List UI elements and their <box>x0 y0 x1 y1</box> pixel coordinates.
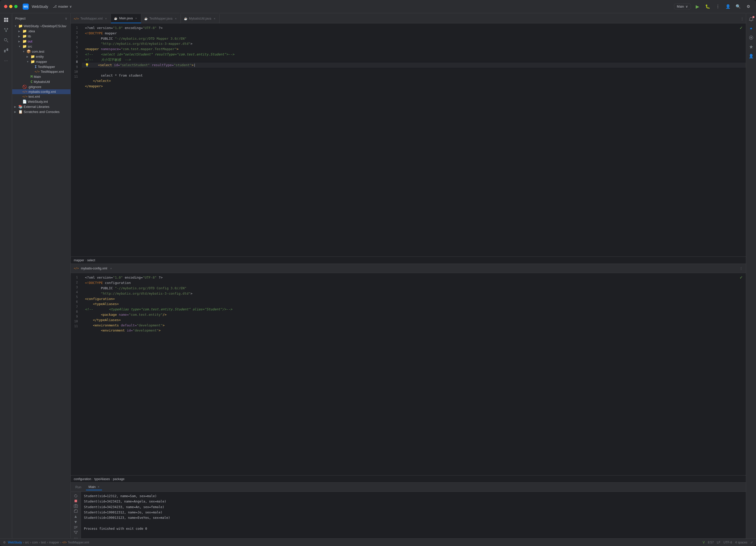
sidebar-item-com-test[interactable]: ▼ 📦 com.test <box>12 49 70 54</box>
word-wrap-icon[interactable] <box>72 525 80 529</box>
close-button[interactable] <box>4 5 7 8</box>
status-encoding[interactable]: UTF-8 <box>723 541 732 544</box>
stop-icon[interactable] <box>72 499 80 503</box>
sidebar-item-webstudy-iml[interactable]: ▶ 📄 WebStudy.iml <box>12 99 70 104</box>
sidebar-item-external-libraries[interactable]: ▶ 📚 External Libraries <box>12 104 70 109</box>
minimize-button[interactable] <box>9 5 12 8</box>
code-content-top[interactable]: <?xml version="1.0" encoding="UTF-8" ?> … <box>82 23 746 256</box>
tab-testmapper-java[interactable]: ☕ TestMapper.java × <box>141 14 181 23</box>
status-time[interactable]: 8:57 <box>708 541 714 544</box>
sidebar-item-src[interactable]: ▼ 📁 src <box>12 44 70 49</box>
tab-main-java[interactable]: ☕ Main.java × <box>111 14 141 23</box>
svg-point-15 <box>75 506 76 507</box>
more-icon[interactable]: ⋯ <box>72 536 80 538</box>
path-sep: › <box>60 541 61 544</box>
sidebar-item-lib[interactable]: ▶ 📁 lib <box>12 34 70 39</box>
breadcrumb-item[interactable]: configuration <box>74 477 91 481</box>
sidebar-item-scratches[interactable]: ▶ 📋 Scratches and Consoles <box>12 109 70 114</box>
breadcrumb-item[interactable]: package <box>113 477 124 481</box>
search-button[interactable]: 🔍 <box>735 3 742 10</box>
activity-find-icon[interactable] <box>2 36 11 45</box>
tab-close-button[interactable]: × <box>104 17 108 20</box>
debug-button[interactable]: 🐛 <box>704 3 711 10</box>
sidebar-item-webstudy[interactable]: ▼ 📁 WebStudy ~/Desktop/CS/Jav <box>12 23 70 28</box>
sidebar-item-mybatisutil[interactable]: ▶ C MybatisUtil <box>12 79 70 84</box>
java-tab-icon: ☕ <box>144 17 148 20</box>
tree-arrow: ▶ <box>18 40 22 43</box>
activity-plugins-icon[interactable] <box>2 46 11 55</box>
filter-icon[interactable] <box>72 530 80 535</box>
status-test: test <box>41 541 46 544</box>
sidebar-item-testmapper-xml[interactable]: ▶ </> TestMapper.xml <box>12 69 70 74</box>
path-sep: › <box>47 541 48 544</box>
status-lf[interactable]: LF <box>717 541 720 544</box>
tab-mybatisutil-java[interactable]: ☕ MybatisUtil.java × <box>181 14 220 23</box>
run-configuration[interactable]: Main ∨ <box>674 4 691 9</box>
line-number: 7 <box>71 305 80 309</box>
svg-point-6 <box>5 31 7 32</box>
rerun-icon[interactable] <box>72 494 80 498</box>
code-editor-top[interactable]: 1 2 3 4 5 6 7 8 9 10 11 <?xml version="1… <box>71 23 746 256</box>
svg-rect-3 <box>6 20 8 22</box>
activity-more-icon[interactable]: ··· <box>2 56 11 65</box>
xml-file-icon: </> <box>22 90 27 93</box>
sidebar-item-mybatis-config[interactable]: ▶ </> mybatis-config.xml <box>12 89 70 94</box>
code-content-bottom[interactable]: <?xml version="1.0" encoding="UTF-8" ?> … <box>82 273 746 475</box>
svg-rect-1 <box>6 18 8 20</box>
status-right: V 8:57 LF UTF-8 4 spaces ⤢ <box>703 541 753 544</box>
scroll-up-icon[interactable]: ▲ <box>72 514 80 519</box>
breadcrumb-item[interactable]: mapper <box>74 258 84 262</box>
java-tab-icon: ☕ <box>184 17 187 20</box>
run-tab-close[interactable]: × <box>98 485 99 489</box>
app-logo: WS <box>23 4 29 10</box>
sidebar-item-gitignore[interactable]: ▶ 🚫 .gitignore <box>12 84 70 89</box>
sidebar: Project ∨ ▼ 📁 WebStudy ~/Desktop/CS/Jav … <box>12 13 71 538</box>
openai-icon[interactable] <box>747 43 755 51</box>
sidebar-item-testmapper-interface[interactable]: ▶ I TestMapper <box>12 64 70 69</box>
code-editor-bottom[interactable]: 1 2 3 4 5 6 7 8 9 10 11 <?xml version="1… <box>71 273 746 475</box>
open-file-icon[interactable] <box>72 509 80 513</box>
run-tab-main[interactable]: Main × <box>86 484 102 490</box>
ai-assistant-icon[interactable]: ✦ <box>747 24 755 33</box>
file-tab-more-button[interactable]: ⋮ <box>739 266 743 270</box>
status-indent[interactable]: 4 spaces <box>735 541 747 544</box>
tab-testmapper-xml[interactable]: </> TestMapper.xml × <box>71 14 111 23</box>
tab-close-button[interactable]: × <box>134 17 138 20</box>
sidebar-item-out[interactable]: ▶ 📁 out <box>12 39 70 44</box>
status-expand-icon[interactable]: ⤢ <box>750 541 753 544</box>
maximize-button[interactable] <box>14 5 18 8</box>
tree-arrow: ▼ <box>14 25 18 27</box>
activity-project-icon[interactable] <box>2 15 11 24</box>
avatar-icon[interactable]: 👤 <box>747 52 755 60</box>
tab-close-button[interactable]: × <box>174 17 178 20</box>
sidebar-item-mapper[interactable]: ▼ 📁 mapper <box>12 59 70 64</box>
breadcrumb-item[interactable]: typeAliases <box>94 477 110 481</box>
tab-close-button[interactable]: × <box>213 17 216 20</box>
java-tab-icon: ☕ <box>114 17 118 20</box>
more-button[interactable]: ⋮ <box>714 3 721 10</box>
notifications-icon[interactable]: 1 <box>747 15 755 23</box>
activity-git-icon[interactable] <box>2 25 11 35</box>
status-v-icon[interactable]: V <box>703 541 705 544</box>
status-path[interactable]: WebStudy › src › com › test › mapper › <… <box>8 541 89 544</box>
sidebar-item-idea[interactable]: ▶ 📁 .idea <box>12 28 70 34</box>
breadcrumb-item[interactable]: select <box>87 258 95 262</box>
svg-rect-14 <box>74 505 78 508</box>
run-tab-run[interactable]: Run <box>73 484 84 490</box>
sidebar-item-entity[interactable]: ▶ 📁 entity <box>12 54 70 59</box>
run-button[interactable]: ▶ <box>694 3 701 10</box>
settings-button[interactable]: ⚙ <box>745 3 752 10</box>
sidebar-item-label: .idea <box>28 29 35 33</box>
sidebar-caret[interactable]: ∨ <box>65 17 67 20</box>
status-settings[interactable]: ⚙ <box>3 541 6 544</box>
profile-button[interactable]: 👤 <box>724 3 732 10</box>
screenshot-icon[interactable] <box>72 504 80 508</box>
folder-icon: 📁 <box>18 24 23 28</box>
branch-selector[interactable]: ⎇ master ∨ <box>51 4 74 9</box>
sidebar-item-main[interactable]: ▶ M Main <box>12 74 70 79</box>
tabs-more-button[interactable]: ⋮ <box>738 14 746 23</box>
file-tab-close[interactable]: × <box>109 267 113 270</box>
copilot-icon[interactable] <box>747 34 755 42</box>
sidebar-item-text-xml[interactable]: ▶ </> text.xml <box>12 94 70 99</box>
scroll-down-icon[interactable]: ▼ <box>72 520 80 524</box>
